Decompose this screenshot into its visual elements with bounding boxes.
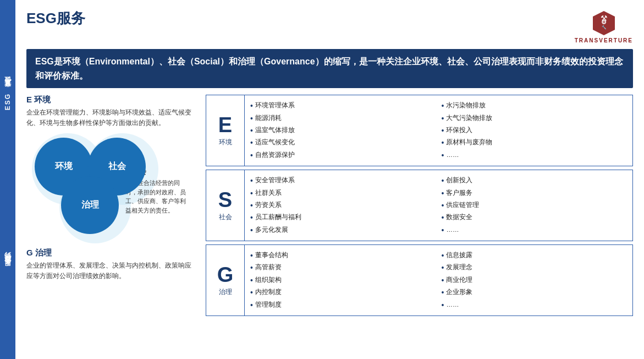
esg-col-1-1: •创新投入•客户服务•供应链管理•数据安全•…… — [442, 175, 628, 236]
logo-area: ⚙ 🔧 ⚒ TRANSVERTURE — [575, 10, 633, 43]
esg-list-item: •水污染物排放 — [442, 100, 628, 112]
page-title: ESG服务 — [26, 9, 85, 28]
esg-content-2: •董事会结构•高管薪资•组织架构•内控制度•管理制度•信息披露•发展理念•商业伦… — [245, 245, 632, 316]
bullet-icon: • — [250, 224, 253, 236]
bullet-icon: • — [442, 137, 444, 149]
sidebar-label-1: ESG背景及价值 — [3, 88, 13, 110]
circle-soc-label: 社会 — [108, 161, 126, 172]
esg-letter-sub-1: 社会 — [219, 213, 232, 222]
esg-item-text: 原材料与废弃物 — [446, 137, 492, 148]
logo-icon: ⚙ 🔧 ⚒ — [591, 10, 617, 36]
esg-list-item: •能源消耗 — [250, 112, 436, 124]
esg-list-item: •董事会结构 — [250, 249, 436, 262]
esg-letter-1: S — [218, 189, 232, 210]
esg-item-text: 企业形象 — [446, 286, 472, 298]
esg-list-item: •劳资关系 — [250, 199, 436, 211]
bullet-icon: • — [250, 262, 253, 274]
esg-item-text: 信息披露 — [446, 249, 472, 261]
esg-item-text: 商业伦理 — [446, 274, 472, 286]
esg-letter-box-2: G 治理 — [206, 245, 245, 316]
bullet-icon: • — [442, 149, 444, 161]
esg-list-item: •社群关系 — [250, 187, 436, 199]
esg-col-0-1: •水污染物排放•大气污染物排放•环保投入•原材料与废弃物•…… — [442, 100, 628, 161]
bullet-icon: • — [442, 224, 444, 236]
bullet-icon: • — [442, 274, 444, 286]
circle-gov-label: 治理 — [81, 199, 99, 211]
esg-list-item: •…… — [442, 224, 628, 236]
esg-list-item: •信息披露 — [442, 249, 628, 262]
esg-item-text: 高管薪资 — [255, 262, 282, 273]
esg-item-text: 发展理念 — [446, 262, 472, 273]
bullet-icon: • — [442, 299, 444, 311]
bullet-icon: • — [442, 211, 444, 224]
esg-item-text: 温室气体排放 — [255, 124, 295, 136]
bullet-icon: • — [442, 199, 444, 211]
esg-col-1-0: •安全管理体系•社群关系•劳资关系•员工薪酬与福利•多元化发展 — [250, 175, 436, 236]
esg-list-item: •自然资源保护 — [250, 149, 436, 161]
bullet-icon: • — [442, 262, 444, 274]
esg-list-item: •数据安全 — [442, 211, 628, 224]
right-panel: E 环境 •环境管理体系•能源消耗•温室气体排放•适应气候变化•自然资源保护•水… — [206, 95, 633, 350]
header-row: ESG服务 ⚙ 🔧 ⚒ TRANSVERTURE — [26, 9, 633, 43]
esg-item-text: …… — [446, 224, 459, 236]
circle-governance: 治理 — [61, 176, 119, 234]
bullet-icon: • — [442, 187, 444, 199]
esg-col-0-0: •环境管理体系•能源消耗•温室气体排放•适应气候变化•自然资源保护 — [250, 100, 436, 161]
esg-card-g: G 治理 •董事会结构•高管薪资•组织架构•内控制度•管理制度•信息披露•发展理… — [206, 244, 633, 316]
esg-list-item: •员工薪酬与福利 — [250, 211, 436, 224]
esg-item-text: 董事会结构 — [255, 249, 288, 261]
circles-diagram: 环境 社会 治理 S 社会 企业在合法经营的同时，承担的对政府、员工、供应商、客… — [26, 133, 186, 243]
bullet-icon: • — [250, 249, 253, 262]
esg-list-item: •原材料与废弃物 — [442, 137, 628, 149]
bullet-icon: • — [442, 249, 444, 262]
left-panel: E 环境 企业在环境管理能力、环境影响与环境效益、适应气候变化、环境与生物多样性… — [26, 95, 197, 350]
esg-list-item: •适应气候变化 — [250, 137, 436, 149]
bullet-icon: • — [442, 124, 444, 137]
esg-list-item: •发展理念 — [442, 262, 628, 274]
esg-list-item: •商业伦理 — [442, 274, 628, 286]
blue-banner: ESG是环境（Environmental）、社会（Social）和治理（Gove… — [26, 49, 633, 88]
bullet-icon: • — [250, 112, 253, 124]
bullet-icon: • — [250, 274, 253, 286]
esg-item-text: 大气污染物排放 — [446, 112, 492, 124]
esg-col-2-0: •董事会结构•高管薪资•组织架构•内控制度•管理制度 — [250, 249, 436, 311]
esg-item-text: …… — [446, 149, 459, 161]
g-section-text: 企业的管理体系、发展理念、决策与内控机制、政策响应应等方面对公司治理绩效的影响。 — [26, 260, 197, 281]
e-section-text: 企业在环境管理能力、环境影响与环境效益、适应气候变化、环境与生物多样性保护等方面… — [26, 107, 197, 128]
bullet-icon: • — [250, 187, 253, 199]
svg-text:⚒: ⚒ — [600, 14, 607, 23]
sidebar-label-2: 服务内容及优势 — [3, 264, 13, 271]
main-content: ESG服务 ⚙ 🔧 ⚒ TRANSVERTURE ESG是环境（Environm… — [15, 0, 644, 359]
esg-letter-box-0: E 环境 — [206, 95, 245, 166]
esg-list-item: •环境管理体系 — [250, 100, 436, 112]
esg-item-text: 安全管理体系 — [255, 175, 295, 186]
esg-item-text: 内控制度 — [255, 286, 282, 298]
esg-item-text: 适应气候变化 — [255, 137, 295, 148]
esg-item-text: 员工薪酬与福利 — [255, 211, 301, 223]
esg-item-text: 水污染物排放 — [446, 100, 486, 111]
esg-item-text: 数据安全 — [446, 211, 472, 223]
esg-card-e: E 环境 •环境管理体系•能源消耗•温室气体排放•适应气候变化•自然资源保护•水… — [206, 95, 633, 166]
esg-list-item: •安全管理体系 — [250, 175, 436, 187]
svg-text:🔧: 🔧 — [601, 25, 606, 30]
esg-list-item: •…… — [442, 149, 628, 161]
esg-list-item: •企业形象 — [442, 286, 628, 298]
esg-list-item: •内控制度 — [250, 286, 436, 298]
bullet-icon: • — [250, 175, 253, 187]
bullet-icon: • — [250, 149, 253, 161]
esg-item-text: 创新投入 — [446, 175, 472, 186]
bullet-icon: • — [442, 112, 444, 124]
esg-item-text: 能源消耗 — [255, 112, 282, 124]
esg-list-item: •环保投入 — [442, 124, 628, 137]
circle-env-label: 环境 — [55, 161, 73, 172]
g-section: G 治理 企业的管理体系、发展理念、决策与内控机制、政策响应应等方面对公司治理绩… — [26, 248, 197, 286]
esg-item-text: 环保投入 — [446, 124, 472, 136]
e-section-title: E 环境 — [26, 95, 197, 105]
esg-card-s: S 社会 •安全管理体系•社群关系•劳资关系•员工薪酬与福利•多元化发展•创新投… — [206, 170, 633, 241]
bullet-icon: • — [250, 286, 253, 298]
esg-list-item: •创新投入 — [442, 175, 628, 187]
content-row: E 环境 企业在环境管理能力、环境影响与环境效益、适应气候变化、环境与生物多样性… — [26, 95, 633, 350]
esg-list-item: •客户服务 — [442, 187, 628, 199]
esg-col-2-1: •信息披露•发展理念•商业伦理•企业形象•…… — [442, 249, 628, 311]
bullet-icon: • — [442, 286, 444, 298]
